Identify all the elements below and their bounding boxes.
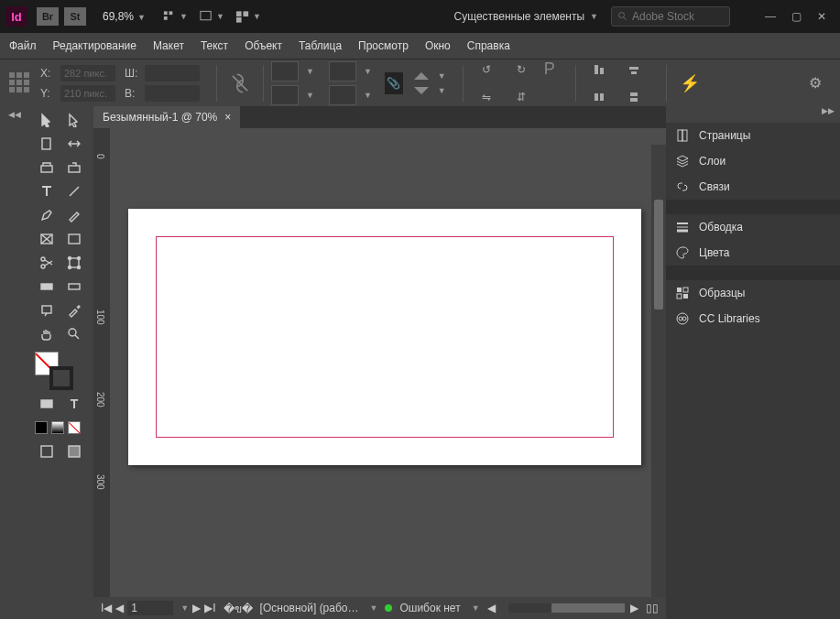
page-dropdown[interactable]: ▼: [180, 603, 189, 613]
vertical-scrollbar[interactable]: [651, 145, 666, 597]
panel-stroke[interactable]: Обводка: [666, 214, 840, 240]
fill-stroke-swatch[interactable]: [35, 352, 73, 390]
right-panels: ▶▶ Страницы Слои Связи Обводка Цвета Обр…: [666, 106, 840, 619]
menu-layout[interactable]: Макет: [153, 39, 184, 52]
open-nav-icon[interactable]: �ข�: [224, 600, 253, 617]
menu-file[interactable]: Файл: [9, 39, 37, 52]
menu-edit[interactable]: Редактирование: [53, 39, 136, 52]
screen-mode-icon[interactable]: ▼: [199, 6, 224, 27]
menu-object[interactable]: Объект: [245, 39, 282, 52]
pencil-tool-icon[interactable]: [62, 205, 86, 225]
rotate-ccw-icon[interactable]: ↺: [475, 58, 498, 81]
align-icon-1[interactable]: [587, 58, 611, 81]
attachment-icon[interactable]: 📎: [385, 72, 403, 94]
view-options-icon[interactable]: ▼: [162, 6, 188, 27]
panel-cc-libraries[interactable]: CC Libraries: [666, 306, 840, 331]
menu-type[interactable]: Текст: [201, 39, 228, 52]
menu-window[interactable]: Окно: [425, 39, 451, 52]
frame-fit-1[interactable]: [271, 61, 299, 81]
gradient-feather-tool-icon[interactable]: [62, 277, 86, 297]
content-collector-icon[interactable]: [35, 157, 59, 178]
pen-tool-icon[interactable]: [35, 205, 59, 225]
direct-selection-tool-icon[interactable]: [62, 110, 86, 130]
formatting-container-icon[interactable]: [35, 394, 59, 414]
panel-links[interactable]: Связи: [666, 174, 840, 200]
free-transform-tool-icon[interactable]: [62, 253, 86, 273]
next-page-icon[interactable]: ▶: [192, 602, 201, 614]
close-tab-icon[interactable]: ×: [224, 111, 231, 124]
no-link-icon[interactable]: [228, 71, 252, 95]
gap-tool-icon[interactable]: [62, 134, 86, 154]
scissors-tool-icon[interactable]: [35, 253, 59, 273]
default-colors[interactable]: [35, 421, 88, 434]
ruler-origin[interactable]: [93, 128, 110, 145]
frame-fit-4[interactable]: [329, 85, 356, 105]
pasteboard[interactable]: [110, 145, 651, 597]
preflight-status[interactable]: Ошибок нет: [399, 602, 460, 614]
line-tool-icon[interactable]: [62, 181, 86, 201]
flip-h-icon[interactable]: ⇋: [475, 85, 498, 109]
panel-pages[interactable]: Страницы: [666, 123, 840, 148]
panel-swatches[interactable]: Образцы: [666, 280, 840, 306]
gradient-swatch-tool-icon[interactable]: [35, 277, 59, 297]
align-icon-2[interactable]: [622, 58, 646, 81]
prev-page-icon[interactable]: ◀: [115, 602, 124, 614]
content-placer-icon[interactable]: [62, 157, 86, 178]
first-page-icon[interactable]: I◀: [101, 602, 112, 614]
page-tool-icon[interactable]: [35, 134, 59, 154]
selection-tool-icon[interactable]: [35, 110, 59, 130]
gpu-icon[interactable]: ⚡: [678, 71, 702, 95]
close-button[interactable]: ✕: [809, 5, 835, 27]
titlebar: Id Br St 69,8%▼ ▼ ▼ ▼ Существенные элеме…: [0, 0, 840, 33]
align-icon-4[interactable]: [622, 85, 646, 109]
frame-fit-2[interactable]: [271, 85, 299, 105]
document-tab[interactable]: Безымянный-1 @ 70% ×: [93, 106, 240, 128]
zoom-level[interactable]: 69,8%▼: [103, 10, 146, 23]
svg-rect-33: [69, 284, 80, 289]
view-mode-normal-icon[interactable]: [35, 441, 59, 462]
arrange-icon[interactable]: ▼: [235, 6, 261, 27]
flip-v-icon[interactable]: ⇵: [509, 85, 533, 109]
stock-search-input[interactable]: Adobe Stock: [611, 6, 730, 27]
minimize-button[interactable]: ―: [758, 5, 783, 27]
menu-table[interactable]: Таблица: [299, 39, 342, 52]
eyedropper-tool-icon[interactable]: [62, 300, 86, 320]
frame-fit-3[interactable]: [329, 61, 356, 81]
scroll-left-icon[interactable]: ◀: [487, 602, 496, 614]
note-tool-icon[interactable]: [35, 300, 59, 320]
menu-view[interactable]: Просмотр: [358, 39, 409, 52]
formatting-text-icon[interactable]: T: [62, 394, 86, 414]
panel-colour[interactable]: Цвета: [666, 240, 840, 266]
panel-collapse-icon[interactable]: ▶▶: [666, 106, 840, 123]
maximize-button[interactable]: ▢: [783, 5, 809, 27]
scroll-right-icon[interactable]: ▶: [630, 602, 638, 614]
rectangle-tool-icon[interactable]: [62, 229, 86, 249]
master-page-status[interactable]: [Основной] (рабо…: [260, 602, 359, 614]
page[interactable]: [128, 209, 641, 465]
w-label: Ш:: [125, 67, 141, 80]
workspace-switcher[interactable]: Существенные элементы▼: [453, 10, 598, 23]
rotate-cw-icon[interactable]: ↻: [509, 58, 533, 81]
left-collapse-strip[interactable]: ◀◀: [0, 106, 29, 619]
stock-badge[interactable]: St: [64, 7, 86, 26]
w-field[interactable]: [145, 65, 200, 81]
horizontal-scrollbar[interactable]: [508, 603, 617, 613]
page-number-field[interactable]: 1: [127, 601, 173, 615]
last-page-icon[interactable]: ▶I: [204, 602, 215, 614]
bridge-badge[interactable]: Br: [37, 7, 59, 26]
vertical-ruler[interactable]: 0 100 200 300: [93, 145, 110, 597]
zoom-tool-icon[interactable]: [62, 324, 86, 344]
settings-gear-icon[interactable]: ⚙: [803, 71, 827, 95]
type-tool-icon[interactable]: [35, 181, 59, 201]
hand-tool-icon[interactable]: [35, 324, 59, 344]
panel-layers[interactable]: Слои: [666, 148, 840, 174]
view-mode-preview-icon[interactable]: [62, 441, 86, 462]
y-field[interactable]: 210 пикс.: [60, 85, 115, 102]
h-field[interactable]: [145, 85, 200, 102]
reference-point-icon[interactable]: [9, 72, 31, 94]
x-field[interactable]: 282 пикс.: [60, 65, 115, 81]
rectangle-frame-tool-icon[interactable]: [35, 229, 59, 249]
menu-help[interactable]: Справка: [467, 39, 510, 52]
split-view-icon[interactable]: ▯▯: [646, 602, 659, 614]
align-icon-3[interactable]: [587, 85, 611, 109]
